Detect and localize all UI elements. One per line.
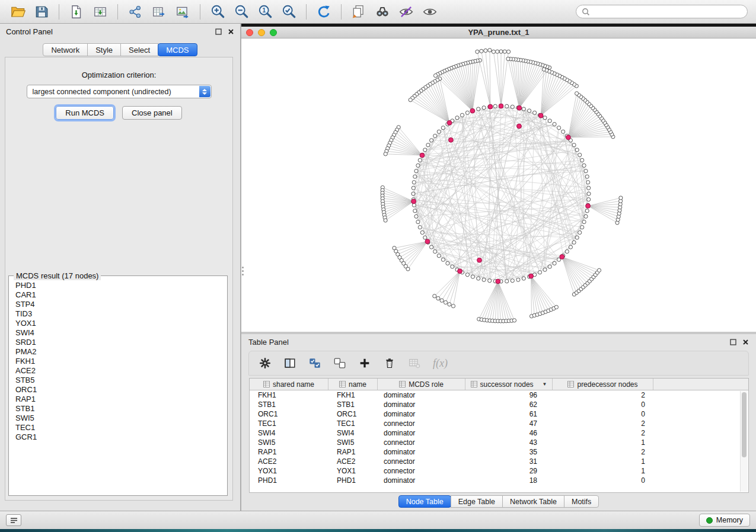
result-node[interactable]: ACE2: [15, 366, 227, 376]
cell-predecessor-nodes[interactable]: 0: [553, 476, 653, 485]
graph-node[interactable]: [572, 241, 576, 244]
add-column-button[interactable]: [358, 357, 371, 370]
graph-node[interactable]: [441, 258, 445, 261]
export-network-button[interactable]: [125, 2, 146, 21]
result-node[interactable]: RAP1: [15, 395, 227, 404]
cell-successor-nodes[interactable]: 35: [465, 447, 553, 457]
graph-node[interactable]: [538, 271, 541, 274]
graph-node[interactable]: [507, 50, 511, 53]
dominator-node[interactable]: [586, 204, 591, 209]
graph-node[interactable]: [597, 268, 601, 272]
cell-successor-nodes[interactable]: 18: [465, 476, 553, 485]
graph-node[interactable]: [582, 164, 586, 167]
graph-node[interactable]: [499, 50, 503, 53]
graph-node[interactable]: [471, 275, 474, 278]
graph-node[interactable]: [440, 299, 444, 302]
graph-node[interactable]: [423, 236, 427, 239]
toolbar-search[interactable]: [576, 5, 748, 18]
graph-node[interactable]: [562, 130, 565, 133]
graph-node[interactable]: [420, 230, 424, 234]
cell-shared-name[interactable]: PHD1: [250, 476, 328, 485]
graph-node[interactable]: [505, 104, 509, 108]
graph-node[interactable]: [455, 116, 459, 120]
graph-node[interactable]: [433, 134, 437, 137]
unselect-all-columns-button[interactable]: [333, 357, 346, 370]
show-all-button[interactable]: [419, 2, 441, 21]
graph-node[interactable]: [476, 50, 479, 53]
tab-network[interactable]: Network: [43, 43, 88, 56]
zoom-out-button[interactable]: [231, 2, 252, 21]
cell-predecessor-nodes[interactable]: 2: [553, 447, 653, 457]
graph-node[interactable]: [436, 297, 440, 300]
export-as-image-button[interactable]: [172, 2, 193, 21]
graph-node[interactable]: [418, 226, 422, 229]
graph-node[interactable]: [426, 143, 430, 147]
graph-node[interactable]: [542, 68, 546, 71]
dominator-node[interactable]: [470, 108, 475, 113]
graph-node[interactable]: [548, 265, 551, 268]
dominator-node[interactable]: [447, 120, 452, 125]
table-scrollbar[interactable]: [740, 391, 748, 492]
column-header-MCDS-role[interactable]: MCDS role: [378, 379, 465, 390]
graph-node[interactable]: [511, 279, 514, 283]
graph-node[interactable]: [433, 250, 437, 254]
clone-network-button[interactable]: [348, 2, 369, 21]
result-node[interactable]: CAR1: [15, 290, 227, 300]
graph-node[interactable]: [493, 104, 497, 108]
graph-node[interactable]: [430, 245, 433, 249]
dominator-node[interactable]: [449, 137, 454, 142]
zoom-selected-region-button[interactable]: [278, 2, 299, 21]
dominator-node[interactable]: [420, 153, 425, 158]
scrollbar-thumb[interactable]: [742, 392, 747, 457]
graph-node[interactable]: [416, 164, 420, 167]
graph-node[interactable]: [585, 209, 589, 213]
tab-node-table[interactable]: Node Table: [398, 495, 451, 508]
graph-node[interactable]: [619, 196, 623, 200]
graph-node[interactable]: [522, 277, 525, 280]
cell-name[interactable]: STB1: [328, 400, 378, 409]
graph-node[interactable]: [505, 280, 509, 283]
table-options-button[interactable]: [259, 357, 272, 370]
graph-node[interactable]: [580, 158, 584, 162]
graph-node[interactable]: [412, 181, 416, 184]
graph-node[interactable]: [586, 181, 590, 184]
graph-node[interactable]: [423, 148, 427, 152]
graph-node[interactable]: [575, 236, 579, 239]
cell-name[interactable]: PHD1: [328, 476, 378, 485]
graph-node[interactable]: [409, 98, 412, 102]
cell-successor-nodes[interactable]: 46: [465, 428, 553, 438]
result-node[interactable]: YOX1: [15, 319, 227, 328]
cell-MCDS-role[interactable]: connector: [378, 419, 465, 428]
cell-name[interactable]: ORC1: [328, 409, 378, 419]
graph-node[interactable]: [528, 109, 531, 113]
graph-node[interactable]: [533, 111, 537, 114]
import-network-from-file-button[interactable]: [66, 2, 87, 21]
tab-network-table[interactable]: Network Table: [502, 495, 564, 508]
result-node[interactable]: SRD1: [15, 338, 227, 347]
graph-node[interactable]: [585, 175, 589, 178]
result-node[interactable]: STB1: [15, 404, 227, 414]
graph-node[interactable]: [512, 319, 516, 322]
float-table-panel-icon[interactable]: [730, 339, 736, 345]
graph-node[interactable]: [437, 130, 441, 133]
graph-node[interactable]: [484, 49, 487, 52]
graph-node[interactable]: [446, 261, 449, 265]
network-window-titlebar[interactable]: YPA_prune.txt_1: [241, 27, 756, 39]
graph-node[interactable]: [582, 220, 586, 224]
graph-node[interactable]: [569, 245, 572, 249]
column-header-name[interactable]: name: [328, 379, 378, 390]
graph-node[interactable]: [412, 186, 415, 190]
optimization-criterion-select[interactable]: largest connected component (undirected): [27, 85, 212, 98]
graph-node[interactable]: [451, 305, 455, 308]
graph-node[interactable]: [482, 278, 486, 281]
graph-node[interactable]: [433, 74, 437, 78]
result-node[interactable]: STB5: [15, 376, 227, 385]
graph-node[interactable]: [414, 214, 418, 218]
cell-MCDS-role[interactable]: connector: [378, 438, 465, 447]
graph-node[interactable]: [384, 219, 387, 222]
graph-node[interactable]: [557, 126, 561, 130]
dominator-node[interactable]: [499, 104, 503, 108]
graph-node[interactable]: [565, 250, 569, 254]
result-node[interactable]: GCR1: [15, 432, 227, 442]
dominator-node[interactable]: [412, 199, 416, 204]
